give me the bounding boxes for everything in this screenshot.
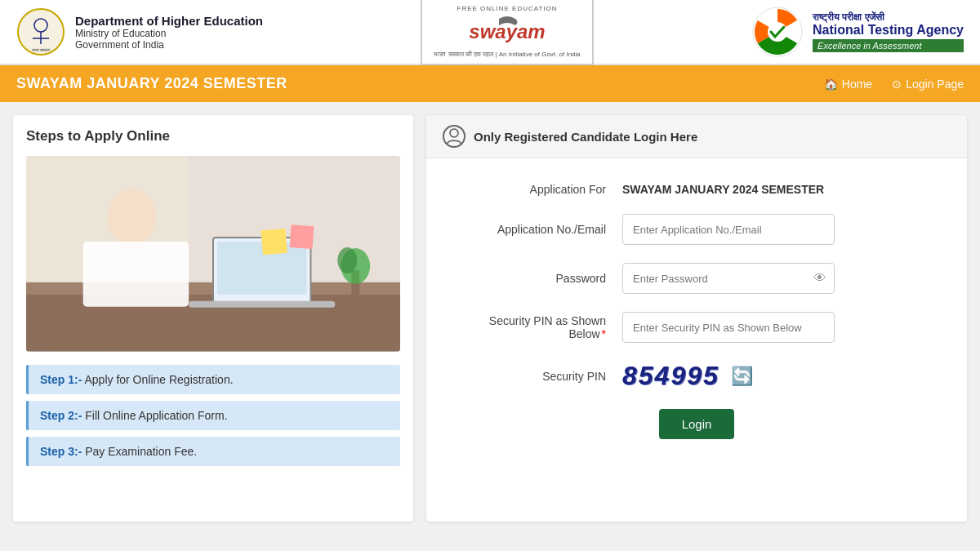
step-1-text: Apply for Online Registration. [84, 373, 233, 386]
step-2-bold: Step 2:- [40, 409, 82, 422]
govt-emblem-icon: भारत सरकार [16, 7, 65, 56]
home-label: Home [842, 78, 872, 91]
svg-text:भारत सरकार: भारत सरकार [32, 47, 51, 52]
right-panel-body: Application For SWAYAM JANUARY 2024 SEME… [426, 158, 967, 464]
header-center: FREE ONLINE EDUCATION swayam भारत सरकार … [421, 0, 593, 65]
nta-logo-icon [751, 6, 804, 59]
right-panel: Only Registered Candidate Login Here App… [426, 115, 967, 522]
step-3-bold: Step 3:- [40, 445, 82, 458]
main-content: Steps to Apply Online [0, 102, 980, 535]
eye-toggle-icon[interactable]: 👁 [813, 271, 826, 286]
svg-point-16 [108, 189, 157, 246]
left-panel-title: Steps to Apply Online [26, 128, 400, 144]
office-image [26, 156, 400, 352]
required-star: * [602, 327, 606, 340]
svg-text:swayam: swayam [469, 20, 545, 42]
svg-rect-14 [217, 242, 307, 295]
swayam-free-label: FREE ONLINE EDUCATION [434, 5, 580, 12]
application-for-label: Application For [459, 183, 622, 196]
header-left: भारत सरकार Department of Higher Educatio… [16, 7, 263, 56]
office-illustration [26, 156, 400, 352]
ministry-name: Ministry of Education [75, 28, 263, 39]
svg-rect-17 [83, 242, 189, 307]
refresh-captcha-icon[interactable]: 🔄 [731, 366, 753, 387]
svg-rect-19 [290, 224, 314, 249]
nta-hindi-name: राष्ट्रीय परीक्षा एजेंसी [813, 11, 964, 23]
svg-point-23 [450, 129, 458, 137]
password-row: Password 👁 [459, 263, 934, 294]
svg-point-22 [337, 247, 357, 273]
security-pin-input-label: Security PIN as Shown Below* [459, 314, 622, 340]
step-2: Step 2:- Fill Online Application Form. [26, 401, 400, 430]
swayam-subtitle: भारत सरकार की एक पहल | An Initiative of … [434, 51, 580, 59]
right-panel-header: Only Registered Candidate Login Here [426, 115, 967, 158]
navbar-links: 🏠 Home ⊙ Login Page [824, 78, 964, 91]
application-for-value: SWAYAM JANUARY 2024 SEMESTER [622, 183, 824, 196]
step-1-bold: Step 1:- [40, 373, 82, 386]
dept-info: Department of Higher Education Ministry … [75, 14, 263, 51]
left-panel: Steps to Apply Online [13, 115, 413, 522]
nta-text: राष्ट्रीय परीक्षा एजेंसी National Testin… [813, 11, 964, 52]
step-2-text: Fill Online Application Form. [85, 409, 227, 422]
security-pin-input[interactable] [622, 312, 835, 343]
dept-name: Department of Higher Education [75, 14, 263, 28]
security-pin-display-row: Security PIN 854995 🔄 [459, 361, 934, 391]
home-icon: 🏠 [824, 78, 838, 91]
user-icon [443, 125, 466, 148]
swayam-text-logo: swayam [454, 12, 560, 45]
govt-name: Government of India [75, 39, 263, 51]
login-button[interactable]: Login [659, 409, 735, 439]
login-page-link[interactable]: ⊙ Login Page [892, 78, 964, 91]
svg-rect-18 [261, 229, 287, 255]
security-pin-value: 854995 [622, 361, 719, 391]
security-pin-display: 854995 🔄 [622, 361, 753, 391]
login-label: Login Page [906, 78, 964, 91]
security-pin-input-row: Security PIN as Shown Below* [459, 312, 934, 343]
step-3-text: Pay Examination Fee. [85, 445, 197, 458]
swayam-brand-name: swayam [434, 12, 580, 51]
password-input[interactable] [622, 263, 835, 294]
step-1: Step 1:- Apply for Online Registration. [26, 365, 400, 394]
svg-rect-15 [189, 301, 335, 308]
navbar: SWAYAM JANUARY 2024 SEMESTER 🏠 Home ⊙ Lo… [0, 65, 980, 102]
person-icon [447, 128, 461, 144]
app-no-input[interactable] [622, 214, 835, 245]
login-icon: ⊙ [892, 78, 902, 91]
home-link[interactable]: 🏠 Home [824, 78, 872, 91]
nta-tagline: Excellence in Assessment [813, 39, 964, 52]
right-panel-title: Only Registered Candidate Login Here [474, 130, 697, 144]
password-label: Password [459, 272, 622, 285]
application-for-row: Application For SWAYAM JANUARY 2024 SEME… [459, 183, 934, 196]
password-wrapper: 👁 [622, 263, 835, 294]
login-btn-row: Login [459, 409, 934, 439]
nta-english-name: National Testing Agency [813, 23, 964, 38]
app-no-label: Application No./Email [459, 223, 622, 236]
navbar-title: SWAYAM JANUARY 2024 SEMESTER [16, 75, 287, 92]
security-pin-display-label: Security PIN [459, 370, 622, 383]
header-right: राष्ट्रीय परीक्षा एजेंसी National Testin… [751, 6, 964, 59]
step-3: Step 3:- Pay Examination Fee. [26, 437, 400, 466]
header: भारत सरकार Department of Higher Educatio… [0, 0, 980, 65]
app-no-row: Application No./Email [459, 214, 934, 245]
swayam-logo: FREE ONLINE EDUCATION swayam भारत सरकार … [421, 0, 593, 65]
